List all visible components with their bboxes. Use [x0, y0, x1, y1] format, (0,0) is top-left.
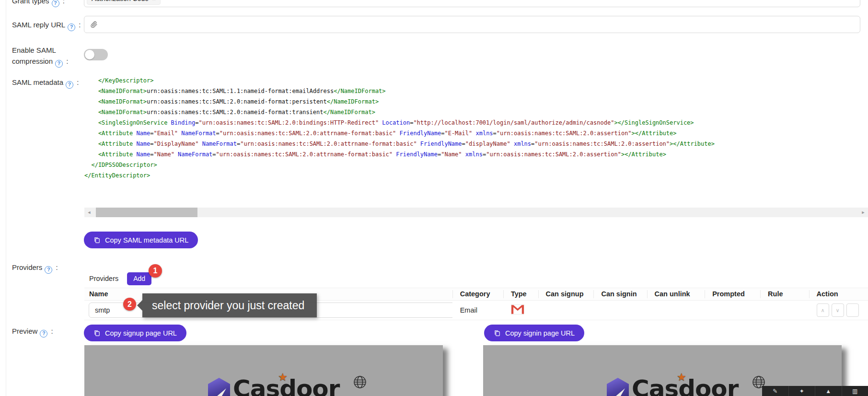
star-icon: ★	[677, 371, 686, 384]
move-down-button[interactable]: ∨	[832, 303, 844, 317]
scroll-right-icon[interactable]: ►	[858, 208, 868, 217]
column-header-prompted: Prompted	[705, 288, 760, 300]
provider-name-value: smtp	[95, 306, 110, 314]
column-header-type: Type	[503, 288, 538, 300]
help-icon[interactable]: ?	[45, 266, 52, 274]
column-header-action: Action	[809, 288, 868, 300]
application-edit-page: Grant types? : Authorization Code× SAML …	[0, 0, 868, 396]
saml-reply-url-label: SAML reply URL? :	[12, 21, 81, 31]
arrow-tool-icon[interactable]: ▲	[815, 386, 842, 396]
column-header-can-signin: Can signin	[593, 288, 647, 300]
scroll-left-icon[interactable]: ◄	[84, 208, 94, 217]
copy-saml-metadata-url-button[interactable]: Copy SAML metadata URL	[84, 232, 198, 248]
signup-page-preview: Casdoor ★	[84, 345, 443, 396]
grant-types-select[interactable]: Authorization Code×	[84, 0, 860, 7]
column-header-can-unlink: Can unlink	[647, 288, 705, 300]
toggle-knob	[85, 50, 94, 59]
copy-signin-page-url-button[interactable]: Copy signin page URL	[484, 325, 584, 341]
copy-icon	[494, 329, 500, 337]
step-1-badge: 1	[149, 264, 162, 278]
palette-tool-icon[interactable]: ▥	[842, 386, 868, 396]
providers-table-title: Providers	[89, 275, 118, 282]
paperclip-icon	[90, 21, 98, 28]
enable-saml-compression-label-1: Enable SAML	[12, 46, 56, 54]
copy-icon	[93, 329, 100, 337]
providers-label: Providers? :	[12, 263, 58, 274]
casdoor-logo-icon	[208, 378, 230, 396]
column-header-can-signup: Can signup	[538, 288, 594, 300]
help-icon[interactable]: ?	[52, 0, 59, 7]
grant-types-label: Grant types? :	[12, 0, 65, 7]
more-action-button[interactable]	[846, 303, 859, 317]
provider-type-cell	[503, 304, 538, 316]
help-icon[interactable]: ?	[55, 60, 63, 68]
highlighter-tool-icon[interactable]: ✎	[762, 386, 788, 396]
annotation-tooltip: select provider you just created	[142, 293, 317, 317]
column-header-rule: Rule	[760, 288, 809, 300]
enable-saml-compression-label-2: compression? :	[12, 57, 68, 68]
saml-compression-toggle[interactable]	[84, 49, 108, 60]
scrollbar-thumb[interactable]	[96, 208, 197, 217]
page-left-border	[6, 0, 6, 396]
annotation-toolbar: ✎ ✦ ▲ ▥	[762, 386, 868, 396]
step-2-badge: 2	[123, 298, 136, 311]
add-provider-button[interactable]: Add	[127, 272, 151, 285]
logo-swoosh	[613, 388, 625, 396]
star-icon: ★	[278, 371, 288, 384]
move-up-button[interactable]: ∧	[817, 303, 829, 317]
saml-metadata-code[interactable]: </KeyDescriptor> <NameIDFormat>urn:oasis…	[84, 75, 868, 181]
help-icon[interactable]: ?	[40, 330, 47, 338]
provider-category-cell: Email	[452, 306, 503, 314]
logo-swoosh	[214, 388, 226, 396]
grant-type-tag: Authorization Code×	[87, 0, 161, 5]
copy-signup-page-url-button[interactable]: Copy signup page URL	[84, 325, 186, 341]
providers-table-title-row: Providers Add	[84, 269, 868, 288]
preview-label: Preview? :	[12, 327, 53, 338]
help-icon[interactable]: ?	[66, 81, 73, 89]
copy-icon	[93, 236, 100, 244]
column-header-category: Category	[452, 288, 503, 300]
saml-reply-url-input[interactable]	[102, 20, 854, 29]
help-icon[interactable]: ?	[68, 23, 75, 31]
gmail-icon	[511, 304, 524, 316]
code-horizontal-scrollbar[interactable]: ◄ ►	[84, 208, 868, 217]
saml-metadata-label: SAML metadata? :	[12, 78, 79, 89]
tag-close-icon[interactable]: ×	[152, 0, 155, 2]
saml-reply-url-field	[84, 16, 860, 33]
globe-icon	[353, 375, 367, 391]
pen-tool-icon[interactable]: ✦	[788, 386, 815, 396]
casdoor-logo-icon	[607, 378, 629, 396]
